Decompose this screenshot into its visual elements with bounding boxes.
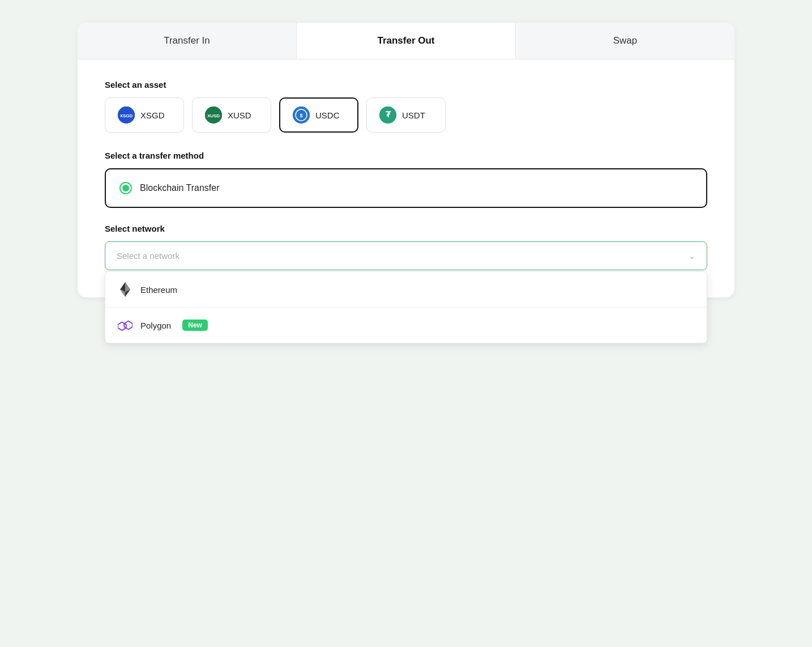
network-select-dropdown[interactable]: Select a network ⌄ (105, 241, 707, 270)
usdc-label: USDC (315, 110, 340, 120)
transfer-method-section: Select a transfer method Blockchain Tran… (105, 151, 707, 208)
xusd-label: XUSD (228, 110, 251, 120)
ethereum-label: Ethereum (140, 285, 177, 295)
usdc-icon: $ (293, 107, 310, 124)
radio-dot (119, 182, 132, 194)
svg-text:XUSD: XUSD (207, 113, 220, 118)
tab-transfer-out[interactable]: Transfer Out (297, 23, 515, 59)
usdt-label: USDT (402, 110, 425, 120)
asset-card-xsgd[interactable]: XSGD XSGD (105, 97, 184, 133)
polygon-new-badge: New (182, 320, 208, 331)
transfer-method-name: Blockchain Transfer (140, 183, 220, 193)
svg-text:₮: ₮ (386, 110, 391, 119)
ethereum-icon (118, 282, 133, 297)
transfer-method-label: Select a transfer method (105, 151, 707, 160)
network-dropdown-menu: Ethereum Polygon New (105, 271, 707, 343)
tab-bar: Transfer In Transfer Out Swap (78, 23, 734, 59)
transfer-method-card[interactable]: Blockchain Transfer (105, 168, 707, 208)
xsgd-label: XSGD (140, 110, 165, 120)
svg-text:XSGD: XSGD (120, 113, 133, 118)
asset-card-usdt[interactable]: ₮ USDT (366, 97, 446, 133)
chevron-down-icon: ⌄ (689, 252, 695, 261)
asset-card-xusd[interactable]: XUSD XUSD (192, 97, 271, 133)
network-item-polygon[interactable]: Polygon New (105, 307, 707, 343)
content-area: Select an asset XSGD XSGD XUSD (78, 59, 734, 297)
xsgd-icon: XSGD (118, 107, 135, 124)
network-item-ethereum[interactable]: Ethereum (105, 272, 707, 307)
polygon-icon (118, 318, 133, 333)
svg-text:$: $ (300, 113, 302, 118)
asset-card-usdc[interactable]: $ USDC (279, 97, 358, 133)
polygon-label: Polygon (140, 321, 171, 330)
xusd-icon: XUSD (205, 107, 222, 124)
network-section-label: Select network (105, 224, 707, 233)
radio-dot-inner (122, 185, 129, 191)
asset-selector-row: XSGD XSGD XUSD XUSD (105, 97, 707, 133)
usdt-icon: ₮ (379, 107, 396, 124)
network-placeholder: Select a network (117, 251, 180, 261)
network-section: Select network Select a network ⌄ (105, 224, 707, 270)
tab-transfer-in[interactable]: Transfer In (78, 23, 296, 59)
asset-section-label: Select an asset (105, 80, 707, 90)
main-card: Transfer In Transfer Out Swap Select an … (78, 23, 734, 297)
tab-swap[interactable]: Swap (516, 23, 734, 59)
